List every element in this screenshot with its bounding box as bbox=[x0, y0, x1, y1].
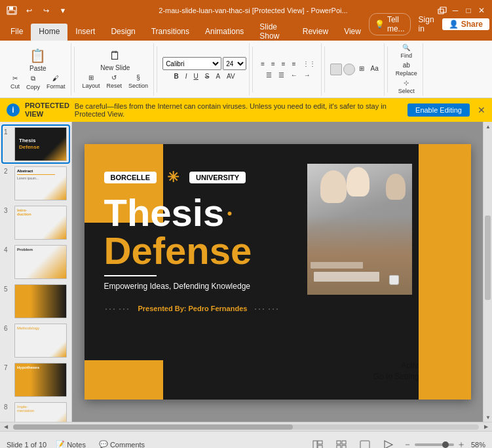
find-btn[interactable]: 🔍Find bbox=[398, 43, 415, 60]
slide-thumb-7[interactable]: 7 Hypotheses bbox=[3, 362, 69, 398]
copy-icon: ⧉ bbox=[31, 75, 35, 83]
scroll-knob[interactable] bbox=[485, 215, 491, 300]
redo-btn[interactable]: ↪ bbox=[39, 4, 52, 17]
ribbon-content: 📋 Paste ✂Cut ⧉Copy 🖌Format 🗒 New Slide ⊞… bbox=[0, 41, 492, 98]
shape-rect-btn[interactable] bbox=[330, 64, 342, 75]
sign-in-btn[interactable]: Sign in bbox=[413, 14, 440, 35]
protected-message: Be careful—files from the Internet can c… bbox=[75, 102, 402, 118]
status-bar-left: Slide 1 of 10 📝 Notes 💬 Comments bbox=[7, 438, 149, 448]
vertical-scrollbar[interactable]: ▲ ▼ bbox=[483, 122, 492, 422]
reset-btn[interactable]: ↺Reset bbox=[104, 73, 125, 90]
strikethrough-btn[interactable]: S bbox=[202, 71, 212, 81]
shape-oval-btn[interactable] bbox=[343, 64, 355, 75]
select-icon: ⊹ bbox=[404, 79, 409, 86]
font-family-select[interactable]: Calibri bbox=[162, 57, 221, 70]
share-icon: 👤 bbox=[449, 20, 459, 29]
drawing-group: ⊞ Aa bbox=[328, 43, 385, 96]
status-bar-right: － ＋ 58% bbox=[309, 438, 485, 449]
layout-btn[interactable]: ⊞Layout bbox=[80, 73, 103, 90]
text-shadow-btn[interactable]: A bbox=[213, 71, 223, 81]
tab-file[interactable]: File bbox=[3, 24, 31, 41]
share-btn[interactable]: 👤 Share bbox=[442, 18, 489, 30]
slide-sorter-btn[interactable] bbox=[332, 438, 350, 449]
notes-btn[interactable]: 📝 Notes bbox=[52, 438, 90, 448]
copy-btn[interactable]: ⧉Copy bbox=[24, 73, 43, 92]
customize-qat-btn[interactable]: ▼ bbox=[56, 4, 69, 17]
scroll-track bbox=[483, 131, 492, 413]
tab-design[interactable]: Design bbox=[103, 24, 143, 41]
svg-rect-5 bbox=[313, 441, 317, 449]
comments-btn[interactable]: 💬 Comments bbox=[95, 438, 149, 448]
font-size-select[interactable]: 24 bbox=[223, 57, 246, 70]
normal-view-btn[interactable] bbox=[309, 438, 327, 449]
zoom-out-btn[interactable]: － bbox=[403, 439, 412, 449]
arrange-btn[interactable]: ⊞ bbox=[356, 64, 367, 75]
orange-dot: ● bbox=[227, 208, 232, 217]
paste-btn[interactable]: 📋 Paste bbox=[27, 47, 49, 73]
svg-marker-13 bbox=[385, 441, 392, 449]
slide-thumb-img-6: Methodology bbox=[14, 324, 67, 358]
cut-btn[interactable]: ✂Cut bbox=[8, 73, 22, 92]
undo-btn[interactable]: ↩ bbox=[22, 4, 35, 17]
slide-thumb-6[interactable]: 6 Methodology bbox=[3, 322, 69, 359]
quick-styles-btn[interactable]: Aa bbox=[368, 64, 381, 75]
slide-thumb-1[interactable]: 1 Thesis Defense bbox=[3, 126, 69, 162]
select-btn[interactable]: ⊹Select bbox=[396, 78, 417, 96]
tell-me-btn[interactable]: 💡 Tell me... bbox=[369, 13, 411, 35]
zoom-slider[interactable] bbox=[415, 443, 454, 446]
slide-main: BORCELLE ✳ UNIVERSITY Thesis● Defense Em… bbox=[85, 144, 471, 400]
section-btn[interactable]: §Section bbox=[126, 73, 151, 90]
scroll-left-btn[interactable]: ◀ bbox=[1, 422, 10, 432]
tab-review[interactable]: Review bbox=[295, 24, 336, 41]
save-qat-btn[interactable] bbox=[5, 4, 18, 17]
tab-insert[interactable]: Insert bbox=[67, 24, 103, 41]
justify-btn[interactable]: ≡ bbox=[290, 59, 299, 69]
underline-btn[interactable]: U bbox=[191, 71, 201, 81]
tab-animations[interactable]: Animations bbox=[197, 24, 252, 41]
bullets-btn[interactable]: ☰ bbox=[263, 70, 274, 80]
scroll-up-btn[interactable]: ▲ bbox=[483, 122, 492, 131]
slide-content: BORCELLE ✳ UNIVERSITY Thesis● Defense Em… bbox=[85, 144, 471, 400]
share-label: Share bbox=[461, 20, 483, 29]
slide-label-borcelle: BORCELLE bbox=[104, 172, 157, 183]
tab-home[interactable]: Home bbox=[31, 24, 67, 41]
align-right-btn[interactable]: ≡ bbox=[279, 59, 288, 69]
protected-label: PROTECTED VIEW bbox=[25, 102, 69, 119]
slide-thumb-8[interactable]: 8 Imple-mentation bbox=[3, 401, 69, 422]
protected-close-btn[interactable]: ✕ bbox=[478, 105, 485, 115]
horizontal-scrollbar: ◀ ▶ bbox=[0, 422, 492, 431]
zoom-slider-thumb[interactable] bbox=[442, 441, 449, 448]
scroll-down-btn[interactable]: ▼ bbox=[483, 413, 492, 422]
asterisk-decor: ✳ bbox=[167, 169, 179, 186]
zoom-level: 58% bbox=[471, 441, 485, 449]
slide-thumb-img-1: Thesis Defense bbox=[14, 127, 67, 161]
columns-btn[interactable]: ⋮⋮ bbox=[300, 59, 318, 69]
slide-thumb-img-3: Intro-duction bbox=[14, 206, 67, 240]
italic-btn[interactable]: I bbox=[183, 71, 190, 81]
slide-thumb-3[interactable]: 3 Intro-duction bbox=[3, 204, 69, 241]
reading-view-btn[interactable] bbox=[356, 438, 374, 449]
bold-btn[interactable]: B bbox=[172, 71, 181, 81]
slide-thumb-5[interactable]: 5 ••• bbox=[3, 283, 69, 320]
align-left-btn[interactable]: ≡ bbox=[258, 59, 267, 69]
format-painter-btn[interactable]: 🖌Format bbox=[44, 73, 68, 92]
character-spacing-btn[interactable]: AV bbox=[224, 71, 238, 81]
replace-btn[interactable]: abReplace bbox=[393, 60, 420, 78]
new-slide-btn[interactable]: 🗒 New Slide bbox=[98, 48, 132, 73]
tab-slideshow[interactable]: Slide Show bbox=[252, 24, 294, 41]
h-scroll-knob[interactable] bbox=[13, 424, 293, 430]
increase-indent-btn[interactable]: → bbox=[301, 70, 313, 80]
zoom-in-btn[interactable]: ＋ bbox=[457, 439, 466, 449]
slideshow-btn[interactable] bbox=[379, 438, 398, 449]
tab-view[interactable]: View bbox=[336, 24, 369, 41]
numbering-btn[interactable]: ☰ bbox=[276, 70, 287, 80]
slideshow-icon bbox=[383, 440, 394, 449]
scroll-right-btn[interactable]: ▶ bbox=[482, 422, 491, 432]
enable-editing-button[interactable]: Enable Editing bbox=[407, 103, 470, 117]
align-center-btn[interactable]: ≡ bbox=[269, 59, 278, 69]
svg-rect-6 bbox=[318, 441, 322, 444]
decrease-indent-btn[interactable]: ← bbox=[288, 70, 300, 80]
tab-transitions[interactable]: Transitions bbox=[143, 24, 197, 41]
slide-thumb-4[interactable]: 4 Problem bbox=[3, 244, 69, 280]
slide-thumb-2[interactable]: 2 Abstract Lorem ipsum... bbox=[3, 165, 69, 202]
